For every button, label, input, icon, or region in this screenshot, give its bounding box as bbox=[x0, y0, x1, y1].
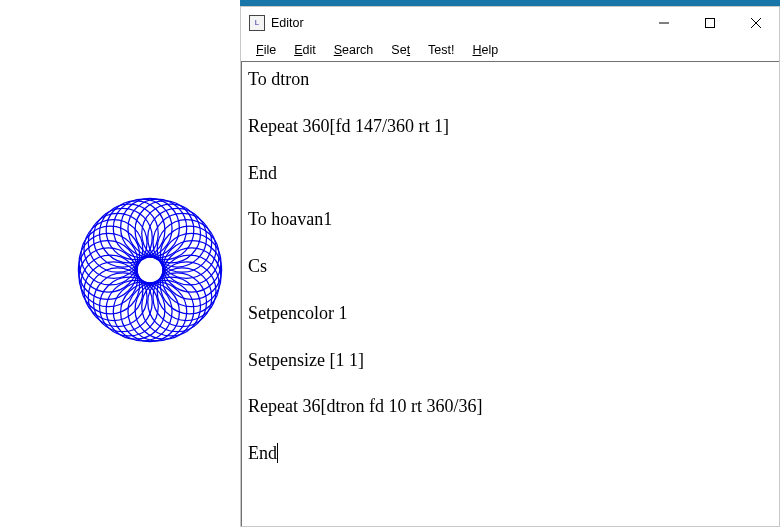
window-title: Editor bbox=[271, 16, 304, 30]
menu-set[interactable]: Set bbox=[382, 41, 419, 59]
minimize-icon bbox=[659, 18, 669, 28]
logo-editor-icon: L bbox=[249, 15, 265, 31]
menu-edit[interactable]: Edit bbox=[285, 41, 325, 59]
menu-help-rest: elp bbox=[482, 43, 499, 57]
minimize-button[interactable] bbox=[641, 7, 687, 39]
menu-file[interactable]: File bbox=[247, 41, 285, 59]
graphics-canvas bbox=[0, 0, 240, 527]
editor-window: L Editor File Edit Search Set Test! Help… bbox=[240, 6, 780, 527]
svg-rect-36 bbox=[706, 19, 715, 28]
text-caret bbox=[277, 443, 278, 463]
menu-test[interactable]: Test! bbox=[419, 41, 463, 59]
menu-help[interactable]: Help bbox=[464, 41, 508, 59]
editor-textarea[interactable]: To dtron Repeat 360[fd 147/360 rt 1] End… bbox=[241, 61, 779, 526]
titlebar[interactable]: L Editor bbox=[241, 7, 779, 39]
maximize-icon bbox=[705, 18, 715, 28]
menubar: File Edit Search Set Test! Help bbox=[241, 39, 779, 61]
editor-content: To dtron Repeat 360[fd 147/360 rt 1] End… bbox=[248, 69, 482, 463]
menu-edit-rest: dit bbox=[303, 43, 316, 57]
menu-search-rest: earch bbox=[342, 43, 373, 57]
maximize-button[interactable] bbox=[687, 7, 733, 39]
menu-search[interactable]: Search bbox=[325, 41, 383, 59]
menu-file-rest: ile bbox=[264, 43, 277, 57]
close-icon bbox=[751, 18, 761, 28]
close-button[interactable] bbox=[733, 7, 779, 39]
spirograph-drawing bbox=[70, 190, 230, 350]
